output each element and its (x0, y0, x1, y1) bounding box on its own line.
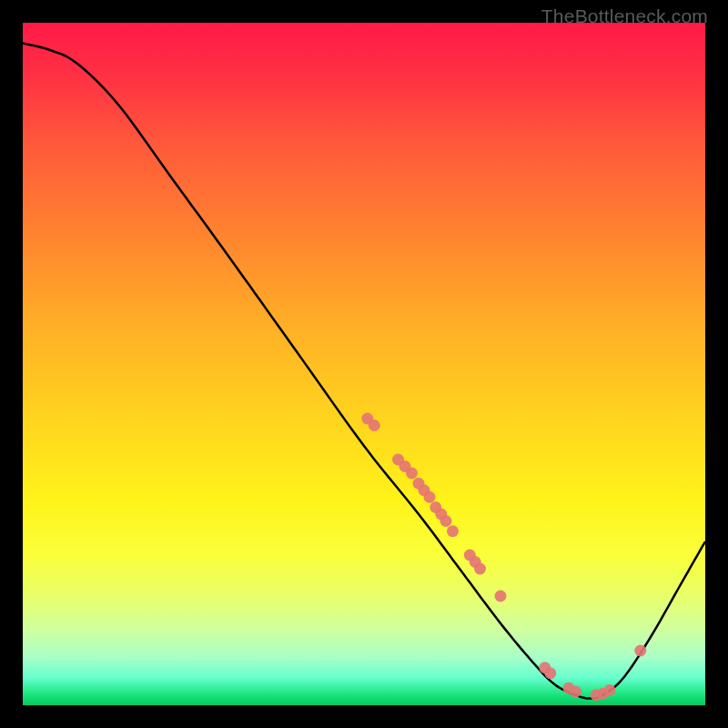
data-point (440, 515, 452, 527)
data-point (424, 491, 436, 503)
bottleneck-curve (23, 44, 705, 699)
data-points (361, 413, 646, 702)
data-point (634, 645, 646, 657)
data-point (495, 591, 507, 602)
plot-area (23, 23, 705, 705)
data-point (544, 667, 556, 679)
data-point (604, 684, 616, 696)
data-point (474, 563, 486, 575)
data-point (369, 420, 380, 431)
watermark-text: TheBottleneck.com (541, 5, 708, 27)
chart-svg (23, 23, 705, 705)
data-point (570, 686, 581, 698)
data-point (447, 525, 459, 537)
data-point (406, 468, 418, 480)
